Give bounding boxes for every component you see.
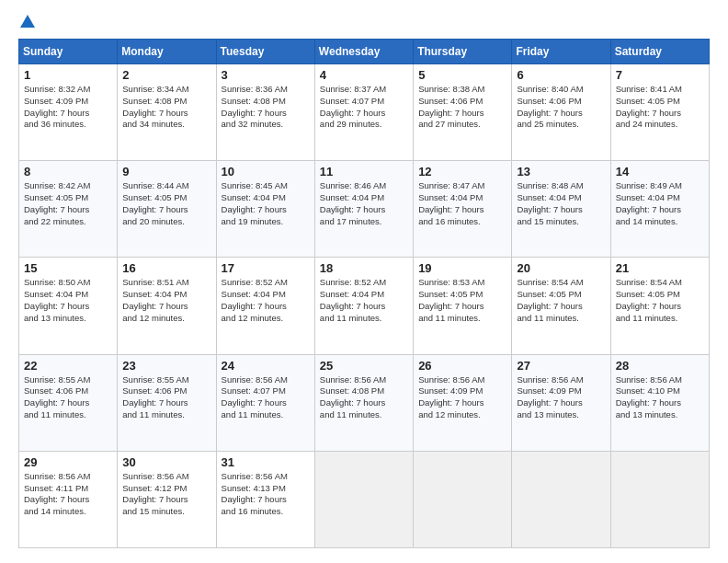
- day-info: Sunrise: 8:47 AM Sunset: 4:04 PM Dayligh…: [418, 180, 506, 227]
- logo: [18, 15, 35, 29]
- day-number: 5: [418, 68, 506, 82]
- calendar-cell: 6Sunrise: 8:40 AM Sunset: 4:06 PM Daylig…: [512, 64, 610, 161]
- day-header-friday: Friday: [512, 40, 610, 64]
- calendar-cell: 28Sunrise: 8:56 AM Sunset: 4:10 PM Dayli…: [610, 354, 709, 451]
- day-info: Sunrise: 8:50 AM Sunset: 4:04 PM Dayligh…: [24, 277, 112, 324]
- calendar-cell: 16Sunrise: 8:51 AM Sunset: 4:04 PM Dayli…: [118, 258, 216, 354]
- header: [18, 15, 710, 29]
- day-header-thursday: Thursday: [414, 40, 512, 64]
- day-info: Sunrise: 8:56 AM Sunset: 4:09 PM Dayligh…: [418, 374, 506, 421]
- day-info: Sunrise: 8:52 AM Sunset: 4:04 PM Dayligh…: [222, 277, 310, 324]
- day-number: 21: [616, 261, 704, 275]
- day-number: 30: [122, 455, 210, 469]
- day-number: 8: [24, 165, 112, 178]
- day-number: 13: [517, 165, 605, 178]
- day-info: Sunrise: 8:52 AM Sunset: 4:04 PM Dayligh…: [320, 277, 408, 324]
- day-number: 10: [222, 165, 310, 178]
- day-header-saturday: Saturday: [610, 40, 709, 64]
- calendar-cell: 5Sunrise: 8:38 AM Sunset: 4:06 PM Daylig…: [414, 64, 512, 161]
- calendar-cell: 18Sunrise: 8:52 AM Sunset: 4:04 PM Dayli…: [314, 258, 413, 354]
- day-number: 24: [222, 359, 310, 373]
- day-info: Sunrise: 8:48 AM Sunset: 4:04 PM Dayligh…: [517, 180, 605, 227]
- day-number: 12: [418, 165, 506, 178]
- day-info: Sunrise: 8:41 AM Sunset: 4:05 PM Dayligh…: [616, 84, 704, 131]
- calendar-cell: [314, 451, 413, 547]
- calendar-cell: 13Sunrise: 8:48 AM Sunset: 4:04 PM Dayli…: [512, 161, 610, 258]
- day-number: 6: [517, 68, 605, 82]
- day-info: Sunrise: 8:37 AM Sunset: 4:07 PM Dayligh…: [320, 84, 408, 131]
- day-number: 9: [122, 165, 210, 178]
- day-info: Sunrise: 8:56 AM Sunset: 4:12 PM Dayligh…: [122, 471, 210, 518]
- calendar-cell: 2Sunrise: 8:34 AM Sunset: 4:08 PM Daylig…: [118, 64, 216, 161]
- day-number: 26: [418, 359, 506, 373]
- calendar-cell: 26Sunrise: 8:56 AM Sunset: 4:09 PM Dayli…: [414, 354, 512, 451]
- day-info: Sunrise: 8:38 AM Sunset: 4:06 PM Dayligh…: [418, 84, 506, 131]
- day-number: 22: [24, 359, 112, 373]
- day-number: 29: [24, 455, 112, 469]
- day-info: Sunrise: 8:42 AM Sunset: 4:05 PM Dayligh…: [24, 180, 112, 227]
- day-info: Sunrise: 8:36 AM Sunset: 4:08 PM Dayligh…: [222, 84, 310, 131]
- week-row-1: 1Sunrise: 8:32 AM Sunset: 4:09 PM Daylig…: [19, 64, 710, 161]
- calendar-cell: 12Sunrise: 8:47 AM Sunset: 4:04 PM Dayli…: [414, 161, 512, 258]
- day-info: Sunrise: 8:40 AM Sunset: 4:06 PM Dayligh…: [517, 84, 605, 131]
- day-header-tuesday: Tuesday: [216, 40, 314, 64]
- day-number: 2: [122, 68, 210, 82]
- day-number: 17: [222, 261, 310, 275]
- day-number: 1: [24, 68, 112, 82]
- week-row-2: 8Sunrise: 8:42 AM Sunset: 4:05 PM Daylig…: [19, 161, 710, 258]
- header-row: SundayMondayTuesdayWednesdayThursdayFrid…: [19, 40, 710, 64]
- day-number: 19: [418, 261, 506, 275]
- week-row-3: 15Sunrise: 8:50 AM Sunset: 4:04 PM Dayli…: [19, 258, 710, 354]
- calendar-cell: 8Sunrise: 8:42 AM Sunset: 4:05 PM Daylig…: [19, 161, 118, 258]
- day-info: Sunrise: 8:56 AM Sunset: 4:11 PM Dayligh…: [24, 471, 112, 518]
- day-number: 28: [616, 359, 704, 373]
- day-info: Sunrise: 8:56 AM Sunset: 4:13 PM Dayligh…: [222, 471, 310, 518]
- calendar-cell: 22Sunrise: 8:55 AM Sunset: 4:06 PM Dayli…: [19, 354, 118, 451]
- day-number: 25: [320, 359, 408, 373]
- day-info: Sunrise: 8:54 AM Sunset: 4:05 PM Dayligh…: [616, 277, 704, 324]
- calendar-cell: 30Sunrise: 8:56 AM Sunset: 4:12 PM Dayli…: [118, 451, 216, 547]
- page: SundayMondayTuesdayWednesdayThursdayFrid…: [0, 0, 728, 563]
- calendar-cell: [414, 451, 512, 547]
- day-header-monday: Monday: [118, 40, 216, 64]
- day-info: Sunrise: 8:53 AM Sunset: 4:05 PM Dayligh…: [418, 277, 506, 324]
- day-number: 15: [24, 261, 112, 275]
- calendar-cell: 31Sunrise: 8:56 AM Sunset: 4:13 PM Dayli…: [216, 451, 314, 547]
- day-info: Sunrise: 8:32 AM Sunset: 4:09 PM Dayligh…: [24, 84, 112, 131]
- day-info: Sunrise: 8:56 AM Sunset: 4:08 PM Dayligh…: [320, 374, 408, 421]
- day-info: Sunrise: 8:49 AM Sunset: 4:04 PM Dayligh…: [616, 180, 704, 227]
- calendar-cell: 1Sunrise: 8:32 AM Sunset: 4:09 PM Daylig…: [19, 64, 118, 161]
- calendar-cell: 9Sunrise: 8:44 AM Sunset: 4:05 PM Daylig…: [118, 161, 216, 258]
- day-info: Sunrise: 8:51 AM Sunset: 4:04 PM Dayligh…: [122, 277, 210, 324]
- calendar-cell: 20Sunrise: 8:54 AM Sunset: 4:05 PM Dayli…: [512, 258, 610, 354]
- calendar-cell: 3Sunrise: 8:36 AM Sunset: 4:08 PM Daylig…: [216, 64, 314, 161]
- calendar-cell: 14Sunrise: 8:49 AM Sunset: 4:04 PM Dayli…: [610, 161, 709, 258]
- calendar: SundayMondayTuesdayWednesdayThursdayFrid…: [18, 39, 710, 548]
- day-number: 16: [122, 261, 210, 275]
- logo-text: [18, 15, 35, 29]
- day-info: Sunrise: 8:55 AM Sunset: 4:06 PM Dayligh…: [122, 374, 210, 421]
- day-info: Sunrise: 8:45 AM Sunset: 4:04 PM Dayligh…: [222, 180, 310, 227]
- day-number: 14: [616, 165, 704, 178]
- calendar-cell: 27Sunrise: 8:56 AM Sunset: 4:09 PM Dayli…: [512, 354, 610, 451]
- calendar-cell: 19Sunrise: 8:53 AM Sunset: 4:05 PM Dayli…: [414, 258, 512, 354]
- week-row-4: 22Sunrise: 8:55 AM Sunset: 4:06 PM Dayli…: [19, 354, 710, 451]
- calendar-cell: 10Sunrise: 8:45 AM Sunset: 4:04 PM Dayli…: [216, 161, 314, 258]
- calendar-cell: 23Sunrise: 8:55 AM Sunset: 4:06 PM Dayli…: [118, 354, 216, 451]
- week-row-5: 29Sunrise: 8:56 AM Sunset: 4:11 PM Dayli…: [19, 451, 710, 547]
- day-number: 27: [517, 359, 605, 373]
- calendar-cell: [512, 451, 610, 547]
- calendar-cell: 21Sunrise: 8:54 AM Sunset: 4:05 PM Dayli…: [610, 258, 709, 354]
- calendar-cell: 25Sunrise: 8:56 AM Sunset: 4:08 PM Dayli…: [314, 354, 413, 451]
- day-number: 18: [320, 261, 408, 275]
- calendar-cell: 7Sunrise: 8:41 AM Sunset: 4:05 PM Daylig…: [610, 64, 709, 161]
- day-info: Sunrise: 8:56 AM Sunset: 4:07 PM Dayligh…: [222, 374, 310, 421]
- day-number: 31: [222, 455, 310, 469]
- day-info: Sunrise: 8:56 AM Sunset: 4:10 PM Dayligh…: [616, 374, 704, 421]
- day-info: Sunrise: 8:44 AM Sunset: 4:05 PM Dayligh…: [122, 180, 210, 227]
- day-info: Sunrise: 8:56 AM Sunset: 4:09 PM Dayligh…: [517, 374, 605, 421]
- day-number: 11: [320, 165, 408, 178]
- logo-triangle-icon: [20, 15, 35, 28]
- day-info: Sunrise: 8:54 AM Sunset: 4:05 PM Dayligh…: [517, 277, 605, 324]
- calendar-cell: 17Sunrise: 8:52 AM Sunset: 4:04 PM Dayli…: [216, 258, 314, 354]
